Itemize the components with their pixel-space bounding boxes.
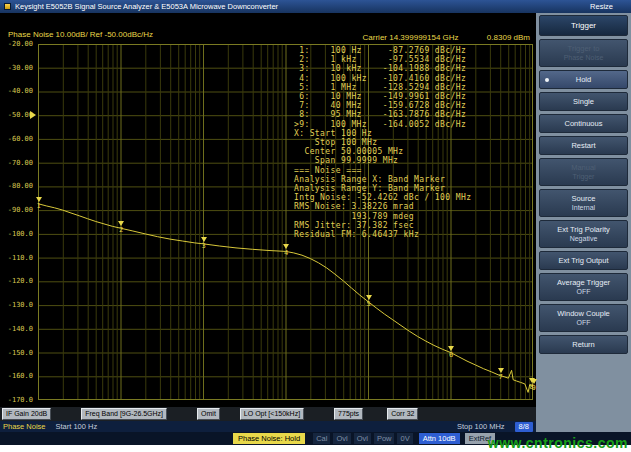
softkey-sublabel: OFF: [541, 287, 626, 296]
softkey-window-couple[interactable]: Window Couple OFF: [539, 304, 628, 332]
status-indicator: Ovl: [333, 433, 350, 444]
softkey-single[interactable]: Single: [539, 92, 628, 111]
marker-readout: 1: 100 Hz -87.2769 dBc/Hz 2: 1 kHz -97.5…: [294, 46, 471, 239]
softkey-label: Window Couple: [557, 309, 610, 318]
softkey-sublabel: OFF: [541, 318, 626, 327]
softkey-menu: Trigger Trigger to Phase Noise Hold Sing…: [536, 13, 631, 432]
y-tick-label: -120.0: [8, 277, 33, 285]
y-tick-label: -130.0: [8, 301, 33, 309]
trace-name: Phase Noise: [3, 422, 46, 431]
softkey-label: Single: [573, 97, 594, 106]
softkey-average-trigger[interactable]: Average Trigger OFF: [539, 273, 628, 301]
trace-info-row: Phase Noise Start 100 Hz Stop 100 MHz 8/…: [0, 421, 536, 432]
softkey-ext-trig-polarity[interactable]: Ext Trig Polarity Negative: [539, 220, 628, 248]
y-tick-label: -20.00: [8, 40, 33, 48]
title-bar: Keysight E5052B Signal Source Analyzer &…: [0, 0, 631, 13]
softkey-label: Restart: [571, 141, 595, 150]
ref-level-marker: [30, 111, 36, 119]
y-tick-label: -140.0: [8, 325, 33, 333]
page-indicator: 8/8: [515, 422, 533, 432]
status-indicator: Ovl: [354, 433, 371, 444]
softkey-sublabel: Trigger: [541, 172, 626, 181]
instrument-window: Keysight E5052B Signal Source Analyzer &…: [0, 0, 631, 452]
softkey-continuous[interactable]: Continuous: [539, 114, 628, 133]
settings-row: IF Gain 20dB Freq Band [9G-26.5GHz] Omit…: [0, 407, 536, 421]
watermark: www.cntronics.com: [488, 435, 628, 451]
y-tick-label: -170.0: [8, 396, 33, 404]
attenuation-indicator: Attn 10dB: [419, 433, 460, 444]
softkey-label: Trigger: [571, 21, 596, 30]
softkey-hold[interactable]: Hold: [539, 70, 628, 89]
freq-band-field: Freq Band [9G-26.5GHz]: [81, 408, 167, 420]
y-tick-label: -30.00: [8, 64, 33, 72]
if-gain-field: IF Gain 20dB: [2, 408, 51, 420]
selected-dot-icon: [545, 78, 549, 82]
window-title: Keysight E5052B Signal Source Analyzer &…: [15, 2, 590, 11]
y-tick-label: -160.0: [8, 372, 33, 380]
carrier-frequency: Carrier 14.399999154 GHz: [363, 33, 459, 42]
lo-opt-field: LO Opt [<150kHz]: [240, 408, 304, 420]
softkey-sublabel: Internal: [541, 203, 626, 212]
status-indicator: Cal: [313, 433, 330, 444]
softkey-trigger-to-phase-noise[interactable]: Trigger to Phase Noise: [539, 39, 628, 67]
softkey-label: Average Trigger: [557, 278, 610, 287]
softkey-sublabel: Phase Noise: [541, 53, 626, 62]
softkey-label: Continuous: [565, 119, 603, 128]
correlation-field: Corr 32: [387, 408, 418, 420]
stop-frequency: Stop 100 MHz: [457, 422, 505, 431]
y-tick-label: -80.00: [8, 182, 33, 190]
softkey-label: Ext Trig Polarity: [557, 225, 610, 234]
points-field: 775pts: [334, 408, 363, 420]
y-tick-label: -150.0: [8, 349, 33, 357]
y-tick-label: -110.0: [8, 254, 33, 262]
resize-button[interactable]: Resize: [590, 2, 613, 11]
y-tick-label: -40.00: [8, 87, 33, 95]
status-indicator: Pow: [374, 433, 395, 444]
y-tick-label: -100.0: [8, 230, 33, 238]
carrier-power: 0.8309 dBm: [487, 33, 530, 42]
softkey-restart[interactable]: Restart: [539, 136, 628, 155]
phase-noise-plot: Phase Noise 10.00dB/ Ref -50.00dBc/Hz Ca…: [0, 13, 536, 407]
app-icon: [4, 3, 11, 10]
softkey-label: Trigger to: [568, 44, 600, 53]
softkey-manual-trigger[interactable]: Manual Trigger: [539, 158, 628, 186]
carrier-readout: Carrier 14.399999154 GHz 0.8309 dBm: [363, 33, 530, 42]
softkey-return[interactable]: Return: [539, 335, 628, 354]
softkey-label: Source: [572, 194, 596, 203]
y-tick-label: -90.00: [8, 206, 33, 214]
y-tick-label: -70.00: [8, 159, 33, 167]
y-axis-labels: -20.00-30.00-40.00-50.00-60.00-70.00-80.…: [0, 44, 35, 400]
softkey-ext-trig-output[interactable]: Ext Trig Output: [539, 251, 628, 270]
omit-field: Omit: [197, 408, 220, 420]
softkey-label: Manual: [571, 163, 596, 172]
softkey-source[interactable]: Source Internal: [539, 189, 628, 217]
softkey-label: Return: [572, 340, 595, 349]
status-indicator: 0V: [397, 433, 412, 444]
softkey-label: Ext Trig Output: [558, 256, 608, 265]
start-frequency: Start 100 Hz: [56, 422, 98, 431]
softkey-sublabel: Negative: [541, 234, 626, 243]
softkey-menu-title: Trigger: [539, 15, 628, 36]
y-tick-label: -60.00: [8, 135, 33, 143]
measurement-status: Phase Noise: Hold: [233, 433, 305, 444]
softkey-label: Hold: [576, 75, 591, 84]
